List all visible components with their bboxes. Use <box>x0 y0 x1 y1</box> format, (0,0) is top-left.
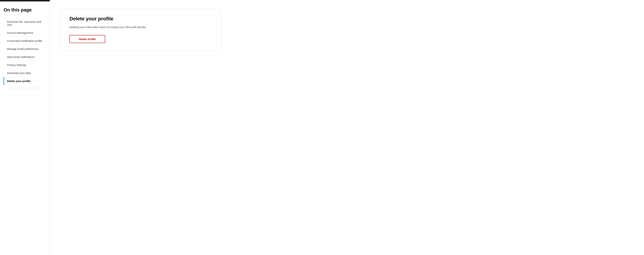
sidebar-content: On this page Personal info, username and… <box>0 2 50 92</box>
sidebar-item-delete-profile[interactable]: Delete your profile <box>4 77 46 85</box>
sidebar-title: On this page <box>4 7 46 13</box>
sidebar-bottom-border <box>7 88 43 88</box>
sidebar-item-manage-email[interactable]: Manage email preferences <box>4 45 46 53</box>
sidebar-item-connected-certification[interactable]: Connected certification profile <box>4 37 46 45</box>
section-description: Deleting your information does not impac… <box>70 25 213 29</box>
sidebar-top-bar <box>0 0 50 2</box>
section-title: Delete your profile <box>70 16 213 22</box>
sidebar-item-privacy-settings[interactable]: Privacy Settings <box>4 61 46 69</box>
sidebar-nav: Personal info, username and URL Account … <box>4 18 46 85</box>
sidebar-item-personal-info[interactable]: Personal info, username and URL <box>4 18 46 29</box>
sidebar-item-download-data[interactable]: Download your data <box>4 69 46 77</box>
sidebar-item-account-management[interactable]: Account Management <box>4 29 46 37</box>
delete-profile-button[interactable]: Delete profile <box>70 35 105 43</box>
main-content: Delete your profile Deleting your inform… <box>50 0 644 255</box>
sidebar: On this page Personal info, username and… <box>0 0 50 255</box>
delete-profile-card: Delete your profile Deleting your inform… <box>61 9 222 50</box>
sidebar-item-qa-email[interactable]: Q&A email notifications <box>4 53 46 61</box>
